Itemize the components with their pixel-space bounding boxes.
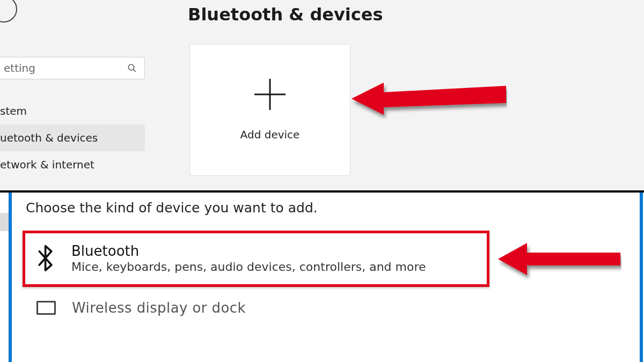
sidebar-item-label: etwork & internet — [0, 158, 94, 171]
add-device-dialog: Choose the kind of device you want to ad… — [0, 193, 644, 362]
svg-point-0 — [128, 64, 134, 70]
back-button[interactable] — [0, 0, 17, 23]
svg-marker-2 — [352, 83, 506, 115]
device-option-bluetooth[interactable]: Bluetooth Mice, keyboards, pens, audio d… — [23, 231, 489, 287]
sidebar-item-label: stem — [0, 105, 27, 117]
search-icon — [127, 63, 137, 73]
display-icon — [36, 301, 56, 315]
option-title: Bluetooth — [71, 243, 426, 259]
page-title: Bluetooth & devices — [188, 4, 383, 25]
dialog-border-left — [9, 193, 12, 362]
settings-window: Bluetooth & devices etting stem uetooth … — [0, 0, 644, 190]
svg-line-1 — [133, 69, 136, 72]
search-placeholder: etting — [4, 62, 127, 75]
annotation-arrow-add-device — [352, 76, 507, 119]
bluetooth-icon — [37, 243, 55, 274]
background-strip — [0, 213, 9, 231]
option-subtitle: Mice, keyboards, pens, audio devices, co… — [71, 260, 426, 274]
option-text: Bluetooth Mice, keyboards, pens, audio d… — [71, 243, 426, 274]
option-title: Wireless display or dock — [72, 300, 246, 316]
sidebar-item-network-internet[interactable]: etwork & internet — [0, 151, 145, 178]
search-input[interactable]: etting — [0, 57, 145, 79]
dialog-content: Choose the kind of device you want to ad… — [23, 200, 628, 362]
dialog-border-right — [640, 193, 643, 362]
add-device-label: Add device — [240, 128, 300, 141]
dialog-heading: Choose the kind of device you want to ad… — [26, 200, 628, 216]
sidebar-nav: stem uetooth & devices etwork & internet — [0, 98, 145, 178]
sidebar-item-system[interactable]: stem — [0, 98, 145, 124]
sidebar-item-label: uetooth & devices — [0, 131, 98, 144]
add-device-tile[interactable]: Add device — [189, 44, 350, 176]
sidebar-item-bluetooth-devices[interactable]: uetooth & devices — [0, 124, 145, 151]
plus-icon — [254, 79, 286, 110]
device-option-wireless-display[interactable]: Wireless display or dock — [23, 287, 489, 316]
